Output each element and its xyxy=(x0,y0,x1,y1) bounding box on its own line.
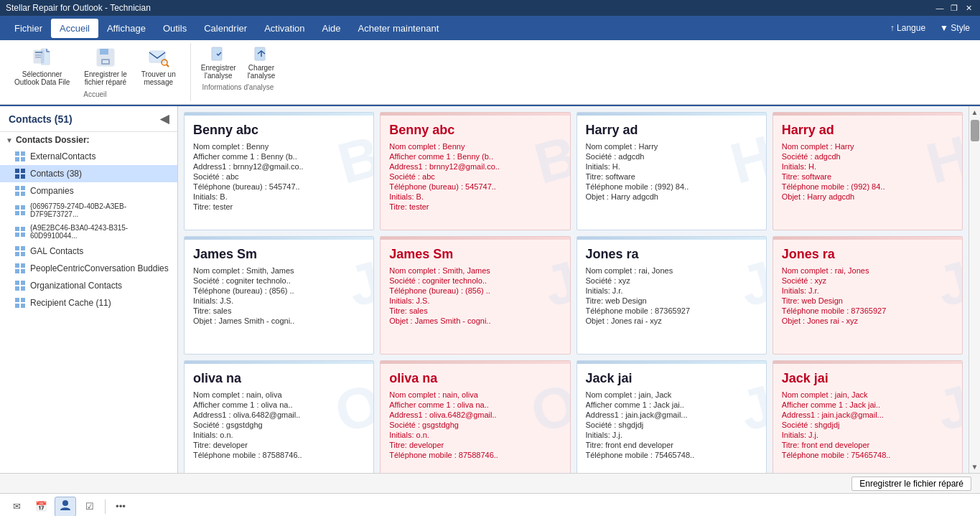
content-area: B Benny abc Nom complet : Benny Afficher… xyxy=(178,106,969,473)
card-name-jack-2: Jack jai xyxy=(782,371,953,386)
field-harry2-1: Nom complet : Harry xyxy=(782,142,953,151)
organizational-label: Organizational Contacts xyxy=(30,281,172,291)
card-benny-2[interactable]: B Benny abc Nom complet : Benny Afficher… xyxy=(380,112,570,230)
load-analyse-icon xyxy=(253,45,270,62)
select-outlook-btn[interactable]: SélectionnerOutlook Data File xyxy=(9,43,75,89)
nav-separator xyxy=(105,499,106,514)
svg-rect-3 xyxy=(35,57,41,58)
card-jack-2[interactable]: J Jack jai Nom complet : jain, Jack Affi… xyxy=(773,360,963,473)
sidebar-item-recipient[interactable]: Recipient Cache (11) xyxy=(0,294,177,311)
sidebar-item-peoplecentric[interactable]: PeopleCentricConversation Buddies xyxy=(0,260,177,277)
app-title: Stellar Repair for Outlook - Technician xyxy=(6,3,151,13)
sidebar-item-companies[interactable]: Companies xyxy=(0,182,177,200)
menu-fichier[interactable]: Fichier xyxy=(6,19,51,38)
sidebar-item-external-contacts[interactable]: ExternalContacts xyxy=(0,148,177,165)
field-benny2-1: Nom complet : Benny xyxy=(389,142,561,151)
field-jones2-3: Initials: J.r. xyxy=(782,286,953,295)
field-oliva2-2: Afficher comme 1 : oliva na.. xyxy=(389,400,561,409)
save-analyse-label: Enregistrerl'analyse xyxy=(201,64,236,80)
sidebar-item-guid2[interactable]: {A9E2BC46-B3A0-4243-B315-60D9910044... xyxy=(0,221,177,243)
menu-acheter[interactable]: Acheter maintenant xyxy=(350,19,448,38)
svg-rect-7 xyxy=(103,60,108,63)
card-name-benny-2: Benny abc xyxy=(389,123,561,138)
field-jack1-6: Titre: front end developer xyxy=(586,441,757,449)
menu-calendrier[interactable]: Calendrier xyxy=(195,19,256,38)
maximize-button[interactable]: ❐ xyxy=(948,2,960,14)
langue-button[interactable]: ↑ Langue xyxy=(886,20,930,36)
field-james2-6: Objet : James Smith - cogni.. xyxy=(389,316,561,325)
sidebar-item-organizational[interactable]: Organizational Contacts xyxy=(0,277,177,294)
card-jones-1[interactable]: J Jones ra Nom complet : rai, Jones Soci… xyxy=(577,236,767,355)
scroll-thumb[interactable] xyxy=(971,120,979,141)
field-harry1-5: Téléphone mobile : (992) 84.. xyxy=(586,182,757,191)
card-name-benny-1: Benny abc xyxy=(193,123,365,138)
sidebar-section-header[interactable]: ▼ Contacts Dossier: xyxy=(0,132,177,148)
menu-bar: Fichier Accueil Affichage Outils Calendr… xyxy=(0,16,980,40)
load-analyse-label: Chargerl'analyse xyxy=(248,64,276,80)
field-jack2-3: Address1 : jain.jack@gmail... xyxy=(782,411,953,419)
tasks-nav-btn[interactable]: ☑ xyxy=(79,497,101,517)
field-benny1-6: Initials: B. xyxy=(193,192,365,201)
calendar-nav-btn[interactable]: 📅 xyxy=(30,497,52,517)
card-harry-2[interactable]: H Harry ad Nom complet : Harry Société :… xyxy=(773,112,963,230)
scroll-down-btn[interactable]: ▼ xyxy=(969,461,980,473)
status-save-btn[interactable]: Enregistrer le fichier réparé xyxy=(851,477,971,491)
sidebar-collapse-btn[interactable]: ◀ xyxy=(160,112,169,126)
field-jack1-3: Address1 : jain.jack@gmail... xyxy=(586,411,757,419)
field-oliva1-7: Téléphone mobile : 87588746.. xyxy=(193,451,365,459)
organizational-icon xyxy=(14,280,26,291)
menu-outils[interactable]: Outils xyxy=(154,19,195,38)
card-jack-1[interactable]: J Jack jai Nom complet : jain, Jack Affi… xyxy=(577,360,767,473)
card-james-2[interactable]: J James Sm Nom complet : Smith, James So… xyxy=(380,236,570,355)
card-james-1[interactable]: J James Sm Nom complet : Smith, James So… xyxy=(184,236,374,355)
find-message-btn[interactable]: Trouver unmessage xyxy=(136,43,182,89)
card-benny-1[interactable]: B Benny abc Nom complet : Benny Afficher… xyxy=(184,112,374,230)
field-jack1-4: Société : shgdjdj xyxy=(586,421,757,429)
svg-rect-30 xyxy=(15,227,19,231)
field-jones2-5: Téléphone mobile : 87365927 xyxy=(782,306,953,315)
menu-affichage[interactable]: Affichage xyxy=(98,19,154,38)
field-james2-1: Nom complet : Smith, James xyxy=(389,266,561,275)
style-button[interactable]: ▼ Style xyxy=(935,20,974,36)
card-oliva-2[interactable]: O oliva na Nom complet : nain, oliva Aff… xyxy=(380,360,570,473)
field-benny2-5: Téléphone (bureau) : 545747.. xyxy=(389,182,561,191)
scroll-up-btn[interactable]: ▲ xyxy=(969,106,980,118)
field-oliva2-5: Initials: o.n. xyxy=(389,431,561,439)
recipient-label: Recipient Cache (11) xyxy=(30,298,172,308)
more-nav-btn[interactable]: ••• xyxy=(110,497,131,517)
field-harry2-2: Société : adgcdh xyxy=(782,152,953,161)
mail-nav-btn[interactable]: ✉ xyxy=(6,497,27,517)
svg-rect-47 xyxy=(21,298,25,302)
close-button[interactable]: ✕ xyxy=(963,2,974,14)
sidebar-item-contacts[interactable]: Contacts (38) xyxy=(0,165,177,182)
field-jack2-6: Titre: front end developer xyxy=(782,441,953,449)
field-harry1-1: Nom complet : Harry xyxy=(586,142,757,151)
field-harry1-4: Titre: software xyxy=(586,172,757,181)
more-nav-icon: ••• xyxy=(116,501,126,512)
sidebar-item-gal[interactable]: GAL Contacts xyxy=(0,243,177,260)
title-bar: Stellar Repair for Outlook - Technician … xyxy=(0,0,980,16)
svg-rect-31 xyxy=(21,227,25,231)
save-analyse-btn[interactable]: Enregistrerl'analyse xyxy=(197,43,241,82)
field-benny2-3: Address1 : brnny12@gmail.co.. xyxy=(389,162,561,171)
ribbon-buttons-analyse: Enregistrerl'analyse Chargerl'analyse xyxy=(197,43,280,82)
right-scrollbar: ▲ ▼ xyxy=(969,106,980,473)
menu-activation[interactable]: Activation xyxy=(256,19,313,38)
save-repaired-btn[interactable]: Enregistrer lefichier réparé xyxy=(78,43,132,89)
contacts-nav-btn[interactable] xyxy=(55,497,76,517)
field-jones2-2: Société : xyz xyxy=(782,276,953,285)
card-oliva-1[interactable]: O oliva na Nom complet : nain, oliva Aff… xyxy=(184,360,374,473)
sidebar-item-guid1[interactable]: {06967759-274D-40B2-A3EB-D7F9E73727... xyxy=(0,200,177,221)
load-analyse-btn[interactable]: Chargerl'analyse xyxy=(243,43,280,82)
svg-rect-33 xyxy=(21,233,25,237)
svg-rect-43 xyxy=(21,281,25,285)
guid1-label: {06967759-274D-40B2-A3EB-D7F9E73727... xyxy=(30,202,172,218)
menu-accueil[interactable]: Accueil xyxy=(51,19,98,38)
card-harry-1[interactable]: H Harry ad Nom complet : Harry Société :… xyxy=(577,112,767,230)
card-jones-2[interactable]: J Jones ra Nom complet : rai, Jones Soci… xyxy=(773,236,963,355)
minimize-button[interactable]: — xyxy=(934,2,946,14)
tasks-nav-icon: ☑ xyxy=(85,501,94,512)
field-jones1-2: Société : xyz xyxy=(586,276,757,285)
field-oliva1-6: Titre: developer xyxy=(193,441,365,449)
menu-aide[interactable]: Aide xyxy=(314,19,350,38)
